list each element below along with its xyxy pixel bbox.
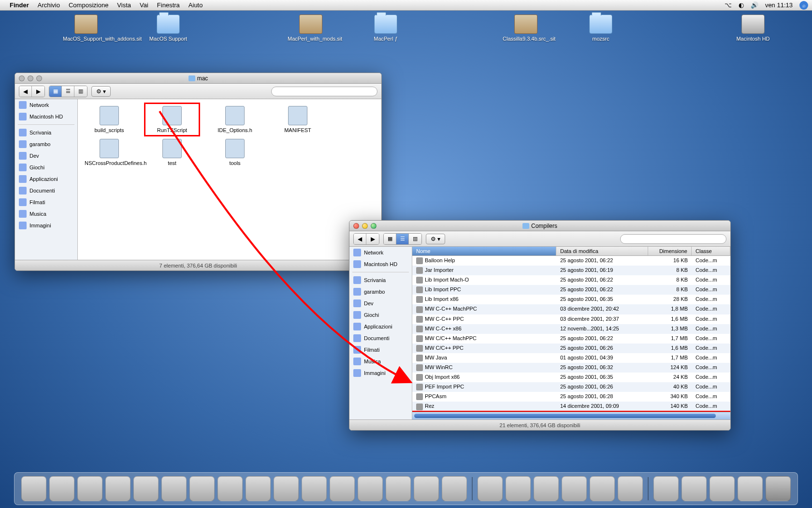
menu-vista[interactable]: Vista — [117, 1, 131, 9]
desktop-icon[interactable]: MacOS Support — [145, 15, 191, 42]
sidebar-item[interactable]: Scrivania — [349, 274, 412, 286]
icon-view-button[interactable]: ▦ — [384, 234, 396, 244]
display-icon[interactable]: ◐ — [739, 1, 744, 9]
sidebar-item[interactable]: Giochi — [349, 309, 412, 321]
close-button[interactable] — [353, 223, 359, 229]
list-row[interactable]: Lib Import Mach-O25 agosto 2001, 06:228 … — [412, 275, 730, 285]
dock-item[interactable] — [653, 476, 679, 501]
desktop-icon[interactable]: Classilla9.3.4b.src_.sit — [503, 15, 549, 42]
dock-item[interactable] — [189, 476, 215, 501]
dock-item[interactable] — [442, 476, 467, 501]
action-button[interactable]: ⚙ ▾ — [91, 86, 111, 97]
sidebar-item[interactable]: Filmati — [349, 344, 412, 356]
dock-item[interactable] — [534, 476, 559, 501]
file-icon[interactable]: NSCrossProductDefines.h — [83, 137, 136, 168]
menu-aiuto[interactable]: Aiuto — [188, 1, 203, 9]
menu-vai[interactable]: Vai — [140, 1, 148, 9]
sidebar-item[interactable]: Scrivania — [15, 127, 77, 138]
minimize-button[interactable] — [28, 75, 33, 81]
minimize-button[interactable] — [362, 223, 368, 229]
dock-item[interactable] — [562, 476, 587, 501]
sidebar-item[interactable]: Documenti — [15, 185, 77, 196]
list-row[interactable]: MW C-C++ x8612 novemb...2001, 14:251,3 M… — [412, 324, 730, 334]
dock-item[interactable] — [358, 476, 383, 501]
list-row[interactable]: Obj Import x8625 agosto 2001, 06:3524 KB… — [412, 373, 730, 382]
volume-icon[interactable]: 🔊 — [751, 1, 758, 9]
file-icon[interactable]: test — [145, 137, 199, 168]
dock-item[interactable] — [682, 476, 707, 501]
list-row[interactable]: Rez14 dicembre 2001, 09:09140 KBCode...m — [412, 402, 730, 411]
file-icon[interactable]: RunTSScript — [145, 104, 199, 135]
dock-item[interactable] — [386, 476, 411, 501]
folder-proxy-icon[interactable] — [522, 223, 529, 229]
dock-item[interactable] — [618, 476, 643, 501]
zoom-button[interactable] — [371, 223, 377, 229]
list-row[interactable]: PPCAsm25 agosto 2001, 06:28340 KBCode...… — [412, 392, 730, 402]
forward-button[interactable]: ▶ — [32, 86, 44, 97]
list-view-button[interactable]: ☰ — [62, 86, 74, 97]
list-row[interactable]: MW Java01 agosto 2001, 04:391,7 MBCode..… — [412, 353, 730, 363]
dock-item[interactable] — [590, 476, 615, 501]
dock-item[interactable] — [738, 476, 763, 501]
list-row[interactable]: MW C/C++ PPC25 agosto 2001, 06:261,6 MBC… — [412, 344, 730, 353]
sidebar-item[interactable]: Dev — [15, 150, 77, 162]
dock-item[interactable] — [330, 476, 355, 501]
horizontal-scrollbar[interactable] — [412, 412, 730, 419]
col-header-kind[interactable]: Classe — [692, 247, 730, 255]
sidebar-item[interactable]: Immagini — [15, 220, 77, 231]
dock-item[interactable] — [77, 476, 102, 501]
titlebar[interactable]: mac — [15, 73, 381, 84]
zoom-button[interactable] — [36, 75, 42, 81]
back-button[interactable]: ◀ — [354, 234, 366, 244]
trash-icon[interactable] — [766, 476, 791, 501]
sidebar-item[interactable]: Immagini — [349, 367, 412, 379]
desktop-icon[interactable]: Macintosh HD — [730, 15, 776, 42]
spotlight-icon[interactable]: ⌕ — [799, 1, 808, 10]
sidebar-item[interactable]: Dev — [349, 298, 412, 309]
sidebar-item[interactable]: Giochi — [15, 162, 77, 173]
dock-item[interactable] — [478, 476, 503, 501]
dock-item[interactable] — [21, 476, 46, 501]
action-button[interactable]: ⚙ ▾ — [426, 234, 445, 244]
list-row[interactable]: Jar Importer25 agosto 2001, 06:198 KBCod… — [412, 266, 730, 275]
list-row[interactable]: MW C-C++ PPC03 dicembre 2001, 20:371,6 M… — [412, 314, 730, 324]
list-row[interactable]: MW C-C++ MachPPC03 dicembre 2001, 20:421… — [412, 304, 730, 314]
col-header-date[interactable]: Data di modifica — [556, 247, 648, 255]
list-row[interactable]: RunTSScript07 luglio 2009, 23:3048 KBCod… — [412, 412, 730, 412]
file-icon[interactable]: tools — [208, 137, 261, 168]
icon-view-button[interactable]: ▦ — [49, 86, 62, 97]
sidebar-item[interactable]: Documenti — [349, 332, 412, 344]
desktop-icon[interactable]: mozsrc — [578, 15, 624, 42]
dock-item[interactable] — [133, 476, 159, 501]
desktop-icon[interactable]: MacPerl_with_mods.sit — [288, 15, 334, 42]
sidebar-item[interactable]: Musica — [15, 208, 77, 220]
file-icon[interactable]: MANIFEST — [271, 104, 324, 135]
dock-item[interactable] — [414, 476, 439, 501]
dock-item[interactable] — [274, 476, 299, 501]
folder-proxy-icon[interactable] — [188, 75, 195, 81]
sidebar-item[interactable]: Network — [349, 247, 412, 258]
dock-item[interactable] — [218, 476, 243, 501]
dock-item[interactable] — [49, 476, 74, 501]
menu-app[interactable]: Finder — [10, 1, 29, 9]
search-input[interactable] — [271, 87, 377, 96]
dock-item[interactable] — [246, 476, 271, 501]
menu-finestra[interactable]: Finestra — [157, 1, 180, 9]
sidebar-item[interactable]: Applicazioni — [349, 321, 412, 332]
titlebar[interactable]: Compilers — [349, 221, 730, 231]
dock-item[interactable] — [506, 476, 531, 501]
sidebar-item[interactable]: Network — [15, 99, 77, 111]
dock-item[interactable] — [710, 476, 735, 501]
column-view-button[interactable]: ▥ — [409, 234, 421, 244]
sidebar-item[interactable]: Macintosh HD — [15, 111, 77, 122]
list-row[interactable]: Balloon Help25 agosto 2001, 06:2216 KBCo… — [412, 256, 730, 266]
list-row[interactable]: Lib Import PPC25 agosto 2001, 06:228 KBC… — [412, 285, 730, 295]
list-row[interactable]: MW C/C++ MachPPC25 agosto 2001, 06:221,7… — [412, 334, 730, 344]
col-header-size[interactable]: Dimensione — [648, 247, 692, 255]
desktop-icon[interactable]: MacOS_Support_with_addons.sit — [63, 15, 109, 42]
bluetooth-icon[interactable]: ⌥ — [725, 1, 732, 9]
col-header-name[interactable]: Nome — [412, 247, 556, 255]
dock-item[interactable] — [105, 476, 130, 501]
clock[interactable]: ven 11:13 — [765, 1, 793, 9]
back-button[interactable]: ◀ — [19, 86, 32, 97]
